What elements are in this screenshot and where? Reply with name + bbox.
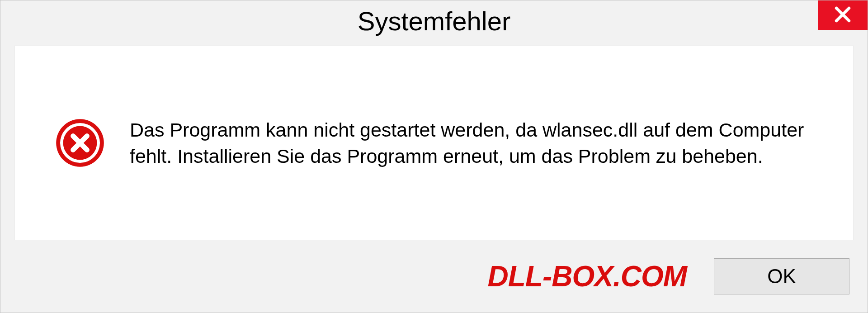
dialog-title: Systemfehler bbox=[358, 6, 510, 36]
dialog-footer: DLL-BOX.COM OK bbox=[0, 249, 868, 313]
close-icon bbox=[832, 4, 854, 27]
error-message: Das Programm kann nicht gestartet werden… bbox=[130, 117, 813, 169]
error-icon bbox=[55, 118, 105, 168]
title-bar: Systemfehler bbox=[0, 0, 868, 41]
watermark-text: DLL-BOX.COM bbox=[488, 260, 687, 293]
close-button[interactable] bbox=[818, 0, 868, 30]
content-panel: Das Programm kann nicht gestartet werden… bbox=[14, 46, 854, 240]
error-dialog: Systemfehler Das Programm kann nicht ges… bbox=[0, 0, 868, 313]
ok-button[interactable]: OK bbox=[714, 258, 849, 294]
